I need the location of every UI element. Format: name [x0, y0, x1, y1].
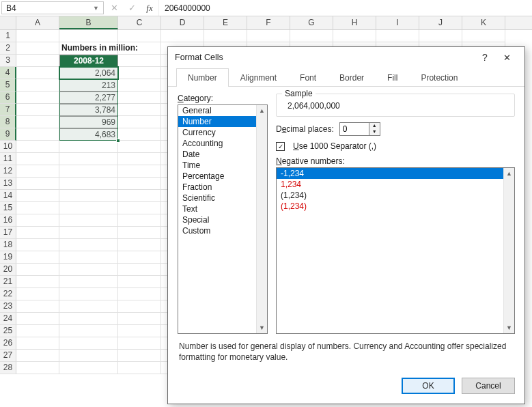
col-header[interactable]: H	[333, 16, 376, 29]
chevron-up-icon[interactable]: ▲	[504, 168, 514, 179]
category-item[interactable]: Date	[178, 149, 256, 160]
thousand-separator-checkbox[interactable]: ✓	[276, 142, 285, 151]
chevron-down-icon[interactable]: ▼	[504, 322, 514, 333]
col-header[interactable]: E	[204, 16, 247, 29]
row-header[interactable]: 7	[0, 104, 16, 116]
category-item[interactable]: Special	[178, 214, 256, 225]
select-all-corner[interactable]	[0, 16, 16, 29]
row-header[interactable]: 17	[0, 227, 16, 239]
cell-b9[interactable]: 4,683	[59, 128, 118, 141]
row-header[interactable]: 16	[0, 214, 16, 227]
row-header[interactable]: 5	[0, 79, 16, 92]
close-button[interactable]: ✕	[496, 53, 518, 63]
tab-alignment[interactable]: Alignment	[229, 68, 288, 87]
row-header[interactable]: 6	[0, 92, 16, 104]
row-header[interactable]: 13	[0, 178, 16, 190]
row-header[interactable]: 26	[0, 337, 16, 350]
tab-number[interactable]: Number	[176, 68, 229, 87]
dialog-tabs: Number Alignment Font Border Fill Protec…	[168, 68, 524, 87]
ok-button[interactable]: OK	[402, 378, 455, 394]
spin-up-icon[interactable]: ▲	[369, 123, 380, 129]
row-header[interactable]: 21	[0, 276, 16, 288]
row-header[interactable]: 23	[0, 300, 16, 313]
sample-group: Sample 2,064,000,000	[276, 94, 515, 117]
tab-fill[interactable]: Fill	[376, 68, 409, 87]
col-header[interactable]: G	[290, 16, 333, 29]
cell-b6[interactable]: 2,277	[59, 92, 118, 104]
row-header[interactable]: 27	[0, 350, 16, 362]
category-item[interactable]: Percentage	[178, 171, 256, 182]
row-header[interactable]: 18	[0, 239, 16, 251]
category-item[interactable]: Custom	[178, 225, 256, 236]
row-header[interactable]: 14	[0, 190, 16, 202]
category-item[interactable]: Accounting	[178, 138, 256, 149]
chevron-down-icon[interactable]: ▼	[93, 5, 99, 12]
cell-b7[interactable]: 3,784	[59, 104, 118, 116]
cell-b5[interactable]: 213	[59, 79, 118, 92]
row-header[interactable]: 20	[0, 264, 16, 276]
tab-protection[interactable]: Protection	[409, 68, 469, 87]
check-icon: ✓	[128, 3, 136, 13]
tab-border[interactable]: Border	[328, 68, 376, 87]
row-header[interactable]: 1	[0, 30, 16, 42]
category-listbox[interactable]: General Number Currency Accounting Date …	[178, 104, 268, 334]
col-header[interactable]: B	[59, 16, 118, 29]
category-item[interactable]: Time	[178, 160, 256, 171]
chevron-up-icon[interactable]: ▲	[257, 105, 267, 116]
negative-option[interactable]: (1,234)	[277, 190, 503, 201]
row-header[interactable]: 10	[0, 141, 16, 153]
fill-handle[interactable]	[116, 139, 120, 143]
cell-b4[interactable]: 2,064	[59, 67, 118, 79]
cell-b8[interactable]: 969	[59, 116, 118, 128]
col-header[interactable]: I	[376, 16, 419, 29]
scrollbar[interactable]: ▲ ▼	[256, 105, 267, 333]
negative-option[interactable]: 1,234	[277, 179, 503, 190]
chevron-down-icon[interactable]: ▼	[257, 322, 267, 333]
col-header[interactable]: D	[161, 16, 204, 29]
row-header[interactable]: 11	[0, 153, 16, 165]
category-item[interactable]: Scientific	[178, 193, 256, 204]
col-header[interactable]: A	[16, 16, 59, 29]
dialog-titlebar[interactable]: Format Cells ? ✕	[168, 47, 524, 68]
row-header[interactable]: 28	[0, 362, 16, 374]
col-header[interactable]: F	[247, 16, 290, 29]
category-item[interactable]: Text	[178, 204, 256, 214]
col-header[interactable]: J	[419, 16, 462, 29]
help-button[interactable]: ?	[474, 52, 496, 63]
category-item[interactable]: Currency	[178, 127, 256, 138]
insert-function-button[interactable]: fx	[141, 0, 158, 16]
category-item[interactable]: Number	[178, 116, 256, 127]
spin-down-icon[interactable]: ▼	[369, 129, 380, 135]
cell-b3[interactable]: 2008-12	[59, 55, 118, 67]
row-header[interactable]: 12	[0, 165, 16, 178]
name-box[interactable]: B4 ▼	[1, 1, 104, 14]
tab-font[interactable]: Font	[288, 68, 328, 87]
thousand-separator-row[interactable]: ✓ Use 1000 Separator (,)	[276, 141, 515, 151]
cell-b2[interactable]: Numbers in million:	[59, 42, 118, 55]
row-header[interactable]: 25	[0, 325, 16, 337]
col-header[interactable]: C	[118, 16, 161, 29]
row-header[interactable]: 4	[0, 67, 16, 79]
row-header[interactable]: 15	[0, 202, 16, 214]
decimal-places-spinner[interactable]: ▲ ▼	[339, 122, 380, 136]
category-item[interactable]: General	[178, 105, 256, 116]
row-header[interactable]: 22	[0, 288, 16, 300]
row-header[interactable]: 24	[0, 313, 16, 325]
col-header[interactable]: K	[462, 16, 505, 29]
row-header[interactable]: 8	[0, 116, 16, 128]
negative-option[interactable]: (1,234)	[277, 201, 503, 212]
row-header[interactable]: 19	[0, 251, 16, 264]
row-header[interactable]: 9	[0, 128, 16, 141]
category-item[interactable]: Fraction	[178, 182, 256, 193]
cancel-button[interactable]: Cancel	[462, 378, 515, 394]
decimal-places-input[interactable]	[339, 122, 369, 136]
negative-option[interactable]: -1,234	[277, 168, 503, 179]
scrollbar[interactable]: ▲ ▼	[503, 168, 514, 333]
formula-bar-input[interactable]: 2064000000	[158, 0, 532, 16]
row-header[interactable]: 2	[0, 42, 16, 55]
decimal-places-label: Decimal places:	[276, 124, 334, 134]
column-header-row: A B C D E F G H I J K	[0, 16, 532, 30]
negative-numbers-listbox[interactable]: -1,234 1,234 (1,234) (1,234) ▲ ▼	[276, 167, 515, 334]
fx-icon: fx	[146, 3, 152, 14]
row-header[interactable]: 3	[0, 55, 16, 67]
